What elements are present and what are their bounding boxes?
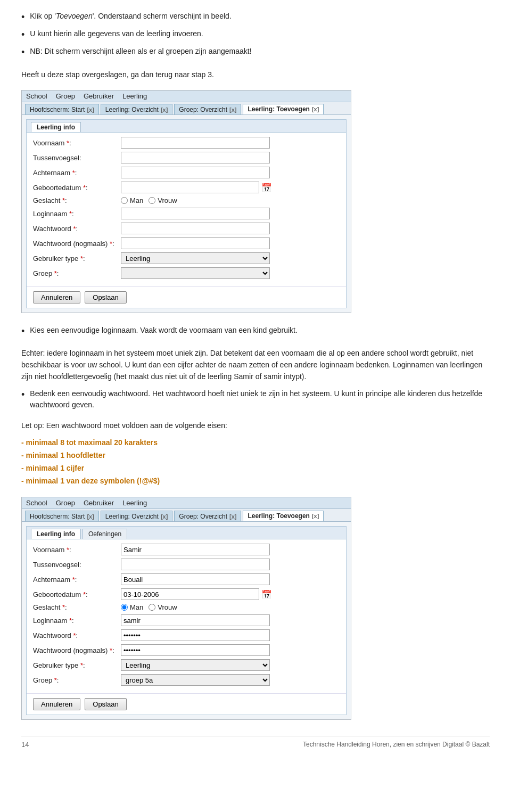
form-tab-leerling-info-1[interactable]: Leerling info [31, 122, 81, 132]
tab-close-2-2[interactable]: [x] [161, 513, 168, 520]
tab-close-2-1[interactable]: [x] [87, 513, 94, 520]
req-star: * [83, 590, 86, 598]
calendar-icon-2[interactable]: 📅 [261, 589, 272, 600]
radio-vrouw-2[interactable] [149, 604, 155, 611]
middle-bullets-2: • Bedenk een eenvoudig wachtwoord. Het w… [21, 388, 490, 411]
radio-man-1[interactable] [121, 197, 128, 204]
input-achternaam-2[interactable] [121, 573, 270, 585]
radio-vrouw-label-2[interactable]: Vrouw [149, 603, 177, 611]
label-voornaam-1: Voornaam *: [33, 139, 121, 147]
label-geboortedatum-2: Geboortedatum *: [33, 590, 121, 598]
tab-close-1[interactable]: [x] [87, 106, 94, 113]
tab-start-1[interactable]: Hoofdscherm: Start [x] [25, 104, 99, 114]
label-voornaam-2: Voornaam *: [33, 546, 121, 554]
form-row-wachtwoord-nogmaals-1: Wachtwoord (nogmaals) *: [33, 237, 340, 249]
req-star: * [80, 255, 83, 263]
form-row-groep-1: Groep *: [33, 267, 340, 279]
tab-label: Groep: Overzicht [179, 106, 227, 113]
req-star: * [73, 225, 76, 233]
menu-gebruiker-2[interactable]: Gebruiker [84, 499, 114, 507]
tab-close-2-3[interactable]: [x] [229, 513, 236, 520]
input-wachtwoord-1[interactable] [121, 223, 270, 234]
bullet-item-3: • NB: Dit scherm verschijnt alleen als e… [21, 46, 490, 59]
input-geboortedatum-2[interactable] [121, 588, 259, 600]
radio-man-label-1[interactable]: Man [121, 196, 143, 204]
input-tussenvoegsel-2[interactable] [121, 559, 270, 570]
label-achternaam-2: Achternaam *: [33, 576, 121, 584]
date-wrap-2: 📅 [121, 588, 272, 600]
tab-leerling-overzicht-1[interactable]: Leerling: Overzicht [x] [101, 104, 173, 114]
tab-close-4[interactable]: [x] [312, 106, 319, 112]
tab-leerling-overzicht-2[interactable]: Leerling: Overzicht [x] [101, 511, 173, 521]
input-loginnaam-2[interactable] [121, 614, 270, 626]
tab-start-2[interactable]: Hoofdscherm: Start [x] [25, 511, 99, 521]
tab-close-3[interactable]: [x] [229, 106, 236, 113]
screenshot-2: School Groep Gebruiker Leerling Hoofdsch… [21, 497, 351, 720]
bullet-item-2: • U kunt hierin alle gegevens van de lee… [21, 28, 490, 42]
tab-label: Leerling: Toevoegen [248, 512, 309, 520]
input-voornaam-2[interactable] [121, 544, 270, 555]
input-tussenvoegsel-1[interactable] [121, 152, 270, 163]
select-groep-2[interactable]: groep 5a [121, 674, 270, 686]
label-loginnaam-1: Loginnaam *: [33, 210, 121, 218]
menu-groep-1[interactable]: Groep [56, 92, 75, 100]
calendar-icon-1[interactable]: 📅 [261, 183, 272, 193]
form-tabs-bar-2: Leerling info Oefeningen [27, 527, 346, 539]
tab-groep-overzicht-1[interactable]: Groep: Overzicht [x] [174, 104, 241, 114]
select-groep-1[interactable] [121, 267, 270, 279]
label-gebruikertype-2: Gebruiker type *: [33, 661, 121, 669]
tab-close-2-4[interactable]: [x] [312, 513, 319, 519]
radio-vrouw-1[interactable] [149, 197, 155, 204]
form-row-geslacht-1: Geslacht *: Man Vrouw [33, 196, 340, 204]
menu-school-2[interactable]: School [26, 499, 47, 507]
req-star: * [73, 631, 76, 639]
label-wachtwoord-2: Wachtwoord *: [33, 631, 121, 639]
annuleren-button-1[interactable]: Annuleren [33, 291, 80, 304]
form-tab-leerling-info-2[interactable]: Leerling info [31, 529, 81, 539]
opslaan-button-1[interactable]: Opslaan [85, 291, 126, 304]
opslaan-button-2[interactable]: Opslaan [85, 698, 126, 710]
req-item-2: - minimaal 1 hoofdletter [21, 449, 490, 462]
tab-groep-overzicht-2[interactable]: Groep: Overzicht [x] [174, 511, 241, 521]
screenshot-1: School Groep Gebruiker Leerling Hoofdsch… [21, 90, 351, 313]
input-voornaam-1[interactable] [121, 137, 270, 149]
req-star: * [69, 210, 72, 218]
tab-label: Leerling: Overzicht [105, 513, 159, 520]
tab-label: Leerling: Overzicht [105, 106, 159, 113]
label-tussenvoegsel-1: Tussenvoegsel: [33, 154, 121, 162]
annuleren-button-2[interactable]: Annuleren [33, 698, 80, 710]
input-achternaam-1[interactable] [121, 167, 270, 178]
menu-school-1[interactable]: School [26, 92, 47, 100]
tab-close-2[interactable]: [x] [161, 106, 168, 113]
menu-groep-2[interactable]: Groep [56, 499, 75, 507]
form-row-gebruikertype-2: Gebruiker type *: Leerling [33, 659, 340, 671]
menu-leerling-1[interactable]: Leerling [122, 92, 147, 100]
input-wachtwoord-nogmaals-2[interactable] [121, 644, 270, 656]
form-tab-oefeningen-2[interactable]: Oefeningen [83, 529, 127, 539]
form-row-geboortedatum-2: Geboortedatum *: 📅 [33, 588, 340, 600]
input-wachtwoord-nogmaals-1[interactable] [121, 237, 270, 249]
label-wachtwoord-nogmaals-1: Wachtwoord (nogmaals) *: [33, 240, 121, 248]
label-tussenvoegsel-2: Tussenvoegsel: [33, 561, 121, 569]
input-loginnaam-1[interactable] [121, 208, 270, 219]
bullet-dot-2: • [21, 28, 24, 42]
menu-gebruiker-1[interactable]: Gebruiker [84, 92, 114, 100]
middle-bullet-2: • Bedenk een eenvoudig wachtwoord. Het w… [21, 388, 490, 411]
tab-leerling-toevoegen-2[interactable]: Leerling: Toevoegen [x] [243, 511, 324, 521]
menu-leerling-2[interactable]: Leerling [122, 499, 147, 507]
radio-man-2[interactable] [121, 604, 128, 611]
radio-man-label-2[interactable]: Man [121, 603, 143, 611]
input-geboortedatum-1[interactable] [121, 182, 259, 193]
label-loginnaam-2: Loginnaam *: [33, 617, 121, 625]
tab-leerling-toevoegen-1[interactable]: Leerling: Toevoegen [x] [243, 104, 324, 114]
select-gebruikertype-2[interactable]: Leerling [121, 659, 270, 671]
req-star: * [110, 646, 112, 654]
radio-vrouw-label-1[interactable]: Vrouw [149, 196, 177, 204]
input-wachtwoord-2[interactable] [121, 629, 270, 641]
req-star: * [62, 196, 65, 204]
bullet-dot-3: • [21, 46, 24, 59]
radio-geslacht-1: Man Vrouw [121, 196, 177, 204]
label-groep-1: Groep *: [33, 269, 121, 277]
bullet-text-3: NB: Dit scherm verschijnt alleen als er … [30, 46, 251, 57]
select-gebruikertype-1[interactable]: Leerling [121, 252, 270, 264]
